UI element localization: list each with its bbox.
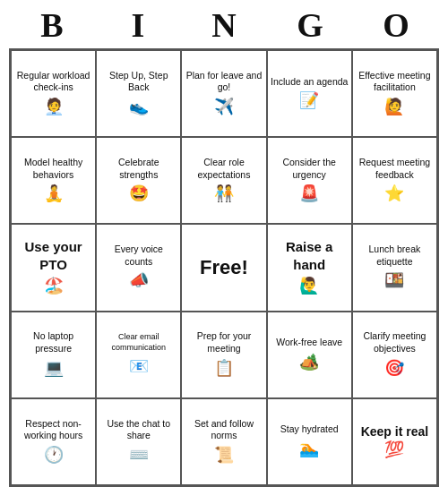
- bingo-cell-10[interactable]: Use your PTO 🏖️: [11, 224, 96, 311]
- cell-label: Use your PTO: [14, 238, 92, 273]
- cell-emoji: 🙋‍♂️: [299, 276, 319, 296]
- cell-label: Prep for your meeting: [185, 330, 263, 355]
- letter-g: G: [271, 5, 349, 45]
- cell-emoji: 🏊: [299, 439, 319, 459]
- bingo-cell-9[interactable]: Request meeting feedback ⭐: [352, 137, 437, 224]
- bingo-cell-17[interactable]: Prep for your meeting 📋: [181, 312, 266, 398]
- cell-emoji: 📜: [214, 445, 234, 466]
- bingo-grid: Regular workload check-ins 🧑‍💼 Step Up, …: [9, 48, 439, 487]
- bingo-cell-22[interactable]: Set and follow norms 📜: [181, 398, 266, 485]
- cell-label: Step Up, Step Back: [99, 70, 177, 94]
- letter-o: O: [357, 5, 435, 45]
- cell-label: No laptop pressure: [14, 330, 92, 355]
- bingo-cell-8[interactable]: Consider the urgency 🚨: [267, 137, 352, 224]
- cell-label: Clear role expectations: [185, 157, 263, 181]
- cell-emoji: 🧘: [44, 184, 64, 204]
- cell-label: Effective meeting facilitation: [356, 70, 434, 94]
- free-text: Free!: [200, 255, 248, 281]
- cell-label: Include an agenda: [271, 76, 348, 89]
- cell-emoji: 🤩: [129, 184, 149, 204]
- bingo-cell-6[interactable]: Celebrate strengths 🤩: [96, 137, 181, 224]
- letter-n: N: [185, 5, 263, 45]
- cell-text: Keep it real 💯: [356, 423, 434, 461]
- bingo-cell-23[interactable]: Stay hydrated 🏊: [267, 398, 352, 485]
- bingo-cell-21[interactable]: Use the chat to share ⌨️: [96, 398, 181, 485]
- cell-label: Use the chat to share: [99, 418, 177, 442]
- cell-emoji: ⌨️: [129, 445, 149, 466]
- bingo-cell-15[interactable]: No laptop pressure 💻: [11, 312, 96, 398]
- cell-label: Regular workload check-ins: [14, 70, 92, 94]
- bingo-cell-13[interactable]: Raise a hand 🙋‍♂️: [267, 224, 352, 311]
- cell-emoji: 📝: [299, 90, 319, 111]
- cell-label: Celebrate strengths: [99, 157, 177, 181]
- cell-emoji: 🕐: [44, 445, 64, 466]
- cell-emoji: ⭐: [384, 184, 404, 204]
- bingo-cell-16[interactable]: Clear email communication 📧: [96, 312, 181, 398]
- cell-emoji: 🧑‍🤝‍🧑: [214, 184, 234, 204]
- cell-emoji: 🏕️: [299, 352, 319, 372]
- bingo-cell-19[interactable]: Clarify meeting objectives 🎯: [352, 312, 437, 398]
- bingo-cell-14[interactable]: Lunch break etiquette 🍱: [352, 224, 437, 311]
- cell-label: Clear email communication: [99, 332, 177, 353]
- cell-emoji: ✈️: [214, 97, 234, 117]
- cell-emoji: 🍱: [384, 270, 404, 291]
- cell-emoji: 🚨: [299, 184, 319, 204]
- cell-emoji: 🙋: [384, 97, 404, 117]
- cell-label: Raise a hand: [271, 238, 349, 273]
- bingo-cell-4[interactable]: Effective meeting facilitation 🙋: [352, 50, 437, 137]
- cell-label: Clarify meeting objectives: [356, 330, 434, 355]
- bingo-cell-7[interactable]: Clear role expectations 🧑‍🤝‍🧑: [181, 137, 266, 224]
- bingo-cell-18[interactable]: Work-free leave 🏕️: [267, 312, 352, 398]
- cell-label: Request meeting feedback: [356, 157, 434, 181]
- cell-label: Stay hydrated: [280, 423, 339, 436]
- letter-i: I: [99, 5, 177, 45]
- bingo-cell-12[interactable]: Free!: [181, 224, 266, 311]
- cell-emoji: 💻: [44, 358, 64, 379]
- cell-label: Every voice counts: [99, 244, 177, 268]
- cell-emoji: 🎯: [384, 358, 404, 379]
- cell-label: Work-free leave: [276, 337, 342, 349]
- cell-label: Lunch break etiquette: [356, 244, 434, 268]
- cell-emoji: 📧: [129, 356, 149, 377]
- bingo-cell-3[interactable]: Include an agenda 📝: [267, 50, 352, 137]
- letter-b: B: [13, 5, 91, 45]
- bingo-cell-24[interactable]: Keep it real 💯: [352, 398, 437, 485]
- cell-label: Plan for leave and go!: [185, 70, 263, 94]
- bingo-cell-2[interactable]: Plan for leave and go! ✈️: [181, 50, 266, 137]
- cell-label: Respect non-working hours: [14, 418, 92, 442]
- cell-emoji: 📣: [129, 270, 149, 291]
- cell-emoji: 📋: [214, 358, 234, 379]
- cell-emoji: 🧑‍💼: [44, 97, 64, 117]
- bingo-title: B I N G O: [9, 0, 439, 48]
- cell-label: Set and follow norms: [185, 418, 263, 442]
- cell-label: Consider the urgency: [271, 157, 349, 181]
- bingo-cell-11[interactable]: Every voice counts 📣: [96, 224, 181, 311]
- cell-label: Model healthy behaviors: [14, 157, 92, 181]
- bingo-cell-0[interactable]: Regular workload check-ins 🧑‍💼: [11, 50, 96, 137]
- cell-emoji: 👟: [129, 97, 149, 117]
- bingo-cell-20[interactable]: Respect non-working hours 🕐: [11, 398, 96, 485]
- bingo-cell-5[interactable]: Model healthy behaviors 🧘: [11, 137, 96, 224]
- cell-emoji: 🏖️: [44, 276, 64, 296]
- bingo-cell-1[interactable]: Step Up, Step Back 👟: [96, 50, 181, 137]
